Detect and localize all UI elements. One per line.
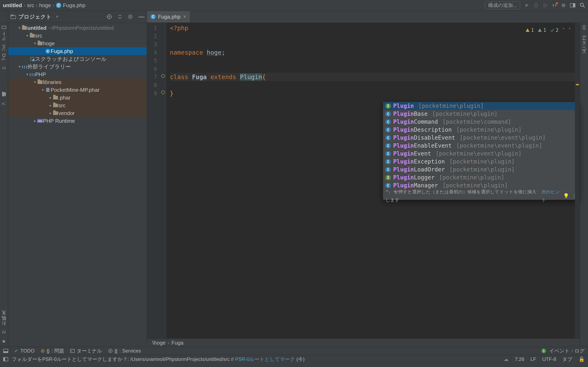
- editor-tab[interactable]: C Fuga.php ✕: [147, 11, 190, 22]
- settings-gear-icon[interactable]: [128, 14, 133, 19]
- tree-item[interactable]: Fuga.php: [51, 48, 73, 54]
- completion-item[interactable]: CPluginsCommand[pocketmine\command\defau…: [383, 189, 579, 192]
- run-icon[interactable]: [525, 3, 529, 8]
- completion-item[interactable]: CPluginDisableEvent[pocketmine\event\plu…: [383, 134, 579, 142]
- project-tool-title[interactable]: プロジェクト: [18, 13, 52, 20]
- tree-item[interactable]: PHP Runtime: [43, 118, 75, 124]
- tree-item[interactable]: libraries: [43, 79, 61, 85]
- tree-item[interactable]: src: [58, 102, 66, 109]
- crumb-project[interactable]: untitled: [3, 2, 22, 8]
- tree-item[interactable]: hoge: [43, 40, 55, 47]
- services-tool-button[interactable]: 8: Services: [108, 348, 141, 354]
- navigation-breadcrumb[interactable]: untitled › src › hoge › C Fuga.php: [3, 2, 85, 8]
- readonly-lock-icon[interactable]: 🔓: [579, 356, 585, 362]
- expand-arrow-icon[interactable]: ▾: [17, 64, 22, 69]
- warning-marker[interactable]: [576, 84, 579, 85]
- error-stripe[interactable]: [575, 23, 580, 338]
- tree-item[interactable]: .phar: [58, 95, 70, 101]
- background-tasks-icon[interactable]: ☁: [504, 356, 509, 362]
- expand-arrow-icon[interactable]: ▾: [33, 41, 37, 46]
- line-separator[interactable]: LF: [530, 356, 536, 362]
- structure-tool-icon[interactable]: [2, 91, 6, 95]
- indent-config[interactable]: タブ: [562, 356, 572, 363]
- completion-item[interactable]: CPluginBase[pocketmine\plugin]: [383, 110, 579, 118]
- tree-item[interactable]: PocketMine-MP.phar: [51, 87, 99, 93]
- project-tool-icon[interactable]: [2, 25, 6, 29]
- intention-bulb-icon[interactable]: 💡: [563, 192, 569, 200]
- file-encoding[interactable]: UTF-8: [542, 356, 556, 362]
- crumb-src[interactable]: src: [27, 2, 34, 8]
- add-configuration-button[interactable]: 構成の追加...: [485, 1, 520, 9]
- vcs-update-icon[interactable]: [552, 3, 557, 8]
- completion-item[interactable]: CPluginDescription[pocketmine\plugin]: [383, 126, 579, 134]
- line-number-gutter[interactable]: 123456789: [147, 23, 160, 338]
- tree-item[interactable]: untitled: [27, 25, 47, 31]
- expand-arrow-icon[interactable]: ▾: [25, 33, 29, 38]
- todo-tool-button[interactable]: ✔TODO: [14, 348, 35, 354]
- tree-item[interactable]: src: [35, 33, 42, 39]
- expand-arrow-icon[interactable]: ▾: [33, 80, 37, 84]
- expand-arrow-icon[interactable]: ▸: [48, 95, 53, 100]
- editor-breadcrumb[interactable]: \hoge › Fuga: [147, 338, 580, 347]
- library-icon: ⫿⫿⫿: [29, 72, 35, 77]
- completion-item[interactable]: CPluginEvent[pocketmine\event\plugin]: [383, 150, 579, 158]
- debug-icon[interactable]: [534, 3, 539, 8]
- code-token: Fuga: [192, 73, 207, 81]
- close-tab-icon[interactable]: ✕: [183, 14, 186, 19]
- editor[interactable]: 123456789 <?php namespace hoge; class Fu…: [147, 23, 580, 338]
- problems-tool-button[interactable]: ⊘6: 問題: [41, 348, 64, 354]
- class-icon: C: [385, 135, 391, 141]
- breadcrumb-class[interactable]: Fuga: [172, 340, 183, 346]
- hide-tool-window-icon[interactable]: —: [138, 13, 145, 20]
- favorites-star-icon[interactable]: ★: [2, 338, 6, 344]
- completion-item[interactable]: CPluginCommand[pocketmine\command]: [383, 118, 579, 126]
- favorites-tool-tab[interactable]: 2: お気に入り: [1, 313, 7, 334]
- expand-all-icon[interactable]: [118, 15, 122, 19]
- expand-arrow-icon[interactable]: ▸: [48, 103, 53, 108]
- layout-icon[interactable]: [570, 3, 575, 7]
- caret-position[interactable]: 7:26: [515, 356, 524, 362]
- expand-arrow-icon[interactable]: ▾: [25, 72, 29, 77]
- completion-item[interactable]: CPluginLoadOrder[pocketmine\plugin]: [383, 166, 579, 174]
- class-gutter-icon[interactable]: [161, 91, 165, 94]
- crumb-file[interactable]: Fuga.php: [63, 2, 85, 8]
- tree-item[interactable]: 外部ライブラリー: [27, 63, 71, 70]
- tree-item[interactable]: スクラッチおよびコンソール: [35, 55, 107, 63]
- select-opened-file-icon[interactable]: [107, 14, 112, 19]
- prev-highlight-icon[interactable]: ˄: [562, 26, 565, 34]
- status-link[interactable]: PSR-0ルートとしてマーク: [235, 356, 295, 362]
- svg-point-6: [580, 3, 584, 6]
- expand-arrow-icon[interactable]: ▾: [40, 88, 45, 92]
- next-highlight-icon[interactable]: ˅: [568, 26, 571, 34]
- completion-popup[interactable]: IPlugin[pocketmine\plugin]CPluginBase[po…: [383, 102, 579, 200]
- toolwindow-toggle-icon[interactable]: [3, 349, 8, 353]
- completion-item[interactable]: CPluginEnableEvent[pocketmine\event\plug…: [383, 142, 579, 150]
- completion-item[interactable]: IPlugin[pocketmine\plugin]: [383, 102, 579, 110]
- crumb-hoge[interactable]: hoge: [39, 2, 51, 8]
- terminal-tool-button[interactable]: ターミナル: [70, 348, 102, 354]
- project-tool-tab[interactable]: 1: プロジェクト: [1, 34, 7, 69]
- expand-arrow-icon[interactable]: ▸: [48, 111, 53, 115]
- coverage-icon[interactable]: [543, 3, 548, 8]
- class-gutter-icon[interactable]: [161, 74, 165, 78]
- structure-tool-tab[interactable]: 7: 構造: [1, 100, 7, 105]
- tree-item[interactable]: PHP: [35, 71, 46, 78]
- database-tool-tab[interactable]: データベース: [581, 32, 587, 53]
- code-token: hoge: [207, 49, 222, 56]
- completion-item[interactable]: CPluginManager[pocketmine\plugin]: [383, 182, 579, 189]
- search-everywhere-icon[interactable]: [580, 3, 585, 8]
- toolwindow-toggle-icon[interactable]: [3, 357, 8, 361]
- database-tool-icon[interactable]: 🗄: [582, 25, 586, 31]
- view-mode-dropdown-icon[interactable]: ▼: [56, 15, 59, 18]
- project-tree[interactable]: ▾untitled~/PhpstormProjects/untitled ▾sr…: [8, 23, 147, 126]
- completion-item[interactable]: IPluginLogger[pocketmine\plugin]: [383, 174, 579, 182]
- inspection-widget[interactable]: 1 1 2 ˄ ˅: [525, 26, 571, 34]
- breadcrumb-namespace[interactable]: \hoge: [152, 340, 165, 346]
- event-log-button[interactable]: イベント・ログ: [549, 348, 585, 354]
- code-token: namespace: [170, 49, 203, 56]
- completion-item[interactable]: CPluginException[pocketmine\plugin]: [383, 158, 579, 166]
- tree-item[interactable]: vendor: [58, 110, 75, 117]
- code-token: extends: [210, 73, 236, 81]
- expand-arrow-icon[interactable]: ▾: [17, 26, 22, 30]
- expand-arrow-icon[interactable]: ▸: [33, 119, 37, 123]
